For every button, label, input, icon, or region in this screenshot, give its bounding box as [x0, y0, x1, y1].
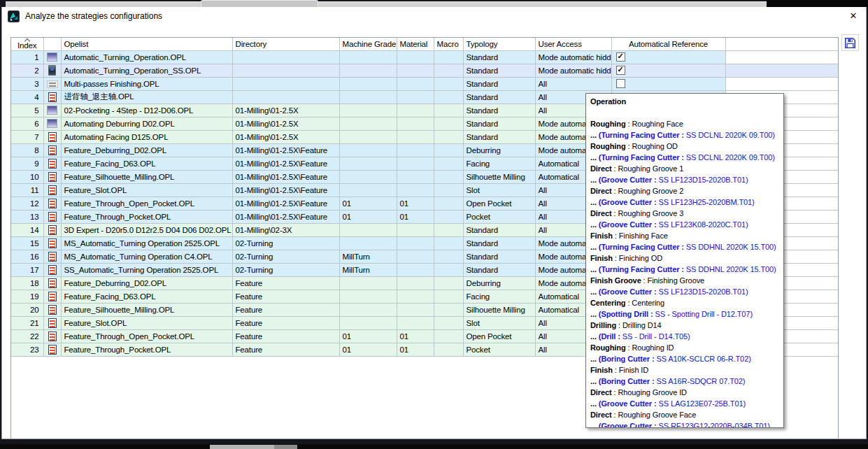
cell-opelist[interactable]: Feature_Deburring_D02.OPL — [61, 143, 232, 157]
cell-index[interactable]: 17 — [11, 263, 43, 276]
cell-macro[interactable] — [434, 210, 463, 223]
cell-opelist[interactable]: 3D Expert - D20r5.0 D12r2.5 D04 D06 D02.… — [61, 223, 232, 236]
cell-machine-grade[interactable] — [339, 236, 397, 250]
cell-directory[interactable]: 01-Milling\01-2.5X\Feature — [232, 157, 339, 170]
column-header-automatical-reference[interactable]: Automatical Reference — [611, 38, 725, 50]
cell-index[interactable]: 15 — [11, 236, 43, 250]
cell-automatical-reference[interactable] — [611, 77, 725, 90]
cell-macro[interactable] — [434, 197, 463, 210]
table-row[interactable]: 2Automatic_Turning_Operation_SS.OPLStand… — [11, 64, 838, 77]
cell-index[interactable]: 13 — [11, 210, 43, 223]
cell-macro[interactable] — [434, 276, 463, 290]
cell-material[interactable] — [397, 170, 434, 183]
cell-typology[interactable]: Slot — [463, 183, 535, 197]
cell-opelist[interactable]: Automating Deburring D02.OPL — [61, 117, 232, 130]
cell-directory[interactable] — [232, 50, 339, 64]
cell-opelist[interactable]: Feature_Deburring_D02.OPL — [61, 276, 232, 290]
cell-material[interactable] — [397, 90, 434, 104]
cell-opelist[interactable]: Multi-passes Finishing.OPL — [61, 77, 232, 90]
cell-material[interactable] — [397, 223, 434, 236]
cell-macro[interactable] — [434, 104, 463, 117]
cell-opelist[interactable]: MS_Automatic_Turning Operation C4.OPL — [61, 250, 232, 263]
cell-macro[interactable] — [434, 64, 463, 77]
cell-directory[interactable]: 01-Milling\01-2.5X\Feature — [232, 170, 339, 183]
cell-directory[interactable]: Feature — [232, 290, 339, 303]
cell-typology[interactable]: Standard — [463, 250, 535, 263]
cell-icon[interactable] — [43, 250, 61, 263]
cell-directory[interactable] — [232, 64, 339, 77]
cell-material[interactable]: 01 — [397, 329, 434, 343]
cell-typology[interactable]: Facing — [463, 290, 535, 303]
cell-directory[interactable]: 01-Milling\01-2.5X — [232, 130, 339, 143]
cell-material[interactable] — [397, 290, 434, 303]
cell-machine-grade[interactable] — [339, 223, 397, 236]
cell-icon[interactable] — [43, 236, 61, 250]
column-header-typology[interactable]: Typology — [463, 38, 535, 50]
cell-opelist[interactable]: Automatic_Turning_Operation.OPL — [61, 50, 232, 64]
cell-macro[interactable] — [434, 157, 463, 170]
column-header-machine-grade[interactable]: Machine Grade — [339, 38, 397, 50]
cell-macro[interactable] — [434, 90, 463, 104]
cell-material[interactable] — [397, 276, 434, 290]
cell-typology[interactable]: Standard — [463, 90, 535, 104]
cell-macro[interactable] — [434, 130, 463, 143]
cell-user-access[interactable]: Mode automatic hidden — [535, 64, 611, 77]
cell-material[interactable] — [397, 316, 434, 329]
cell-directory[interactable]: 01-Milling\01-2.5X\Feature — [232, 197, 339, 210]
cell-opelist[interactable]: Feature_Through_Pocket.OPL — [61, 210, 232, 223]
cell-machine-grade[interactable] — [339, 130, 397, 143]
cell-machine-grade[interactable] — [339, 170, 397, 183]
cell-opelist[interactable]: Feature_Through_Open_Pocket.OPL — [61, 329, 232, 343]
cell-machine-grade[interactable] — [339, 143, 397, 157]
cell-index[interactable]: 4 — [11, 90, 43, 104]
cell-icon[interactable] — [43, 210, 61, 223]
table-row[interactable]: 3Multi-passes Finishing.OPLStandardAll — [11, 77, 838, 90]
cell-material[interactable] — [397, 183, 434, 197]
cell-macro[interactable] — [434, 290, 463, 303]
cell-directory[interactable]: 01-Milling\02-3X — [232, 223, 339, 236]
cell-material[interactable] — [397, 64, 434, 77]
cell-directory[interactable] — [232, 77, 339, 90]
cell-index[interactable]: 7 — [11, 130, 43, 143]
cell-index[interactable]: 21 — [11, 316, 43, 329]
cell-typology[interactable]: Open Pocket — [463, 197, 535, 210]
cell-index[interactable]: 12 — [11, 197, 43, 210]
cell-typology[interactable]: Standard — [463, 236, 535, 250]
cell-automatical-reference[interactable] — [611, 50, 725, 64]
cell-index[interactable]: 14 — [11, 223, 43, 236]
cell-directory[interactable]: Feature — [232, 316, 339, 329]
cell-material[interactable] — [397, 104, 434, 117]
cell-directory[interactable] — [232, 90, 339, 104]
cell-directory[interactable]: 01-Milling\01-2.5X — [232, 117, 339, 130]
cell-macro[interactable] — [434, 343, 463, 356]
cell-opelist[interactable]: Feature_Silhouette_Milling.OPL — [61, 303, 232, 316]
cell-machine-grade[interactable] — [339, 104, 397, 117]
cell-typology[interactable]: Deburring — [463, 276, 535, 290]
automatical-reference-checkbox[interactable] — [616, 66, 625, 75]
cell-typology[interactable]: Standard — [463, 77, 535, 90]
cell-opelist[interactable]: Feature_Slot.OPL — [61, 316, 232, 329]
cell-material[interactable] — [397, 157, 434, 170]
column-header-icon[interactable] — [43, 38, 61, 50]
cell-macro[interactable] — [434, 236, 463, 250]
cell-directory[interactable]: 01-Milling\01-2.5X\Feature — [232, 143, 339, 157]
cell-index[interactable]: 19 — [11, 290, 43, 303]
cell-material[interactable] — [397, 77, 434, 90]
cell-index[interactable]: 18 — [11, 276, 43, 290]
cell-typology[interactable]: Open Pocket — [463, 329, 535, 343]
cell-machine-grade[interactable]: 01 — [339, 197, 397, 210]
cell-index[interactable]: 22 — [11, 329, 43, 343]
cell-directory[interactable]: 01-Milling\01-2.5X\Feature — [232, 210, 339, 223]
cell-index[interactable]: 5 — [11, 104, 43, 117]
cell-opelist[interactable]: Feature_Slot.OPL — [61, 183, 232, 197]
column-header-opelist[interactable]: Opelist — [61, 38, 232, 50]
cell-typology[interactable]: Standard — [463, 130, 535, 143]
cell-material[interactable]: 01 — [397, 343, 434, 356]
cell-machine-grade[interactable] — [339, 64, 397, 77]
cell-opelist[interactable]: Automatic_Turning_Operation_SS.OPL — [61, 64, 232, 77]
cell-icon[interactable] — [43, 290, 61, 303]
cell-macro[interactable] — [434, 170, 463, 183]
cell-directory[interactable]: 01-Milling\01-2.5X\Feature — [232, 183, 339, 197]
cell-directory[interactable]: Feature — [232, 276, 339, 290]
cell-macro[interactable] — [434, 263, 463, 276]
